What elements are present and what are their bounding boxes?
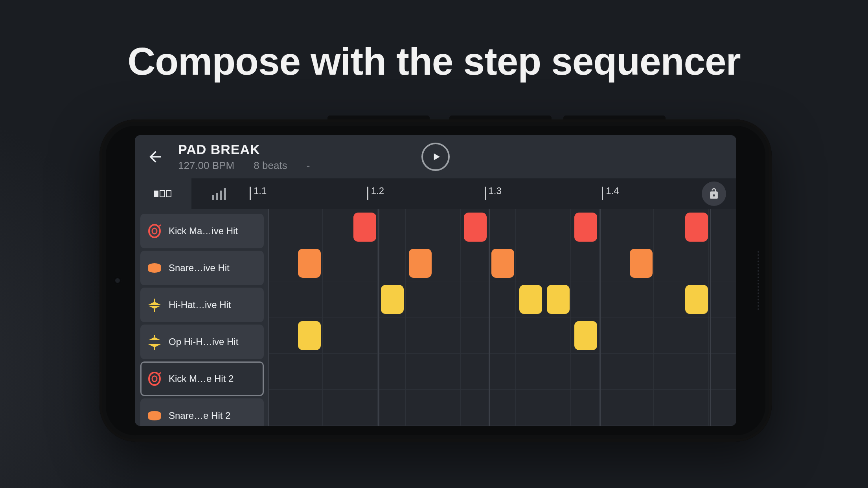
track-label: Kick M…e Hit 2 — [169, 373, 258, 384]
step-note[interactable] — [409, 249, 432, 278]
beat-divider — [489, 209, 490, 426]
promo-title: Compose with the step sequencer — [0, 39, 868, 84]
track-row[interactable]: Kick M…e Hit 2 — [140, 361, 264, 396]
levels-icon — [212, 187, 228, 200]
phone-frame: PAD BREAK 127.00 BPM 8 beats - — [99, 119, 772, 442]
extra-label: - — [307, 160, 310, 171]
track-row[interactable]: Hi-Hat…ive Hit — [140, 288, 264, 322]
step-note[interactable] — [381, 285, 404, 314]
step-note[interactable] — [298, 249, 321, 278]
svg-point-11 — [148, 268, 161, 273]
ruler-tick: 1.1 — [254, 185, 267, 196]
step-note[interactable] — [353, 213, 376, 242]
phone-speaker-grille — [758, 251, 761, 310]
play-button[interactable] — [421, 143, 450, 171]
title-block: PAD BREAK 127.00 BPM 8 beats - — [178, 142, 327, 172]
svg-point-17 — [152, 376, 157, 382]
svg-rect-6 — [224, 188, 226, 200]
ruler-tick: 1.3 — [489, 185, 502, 196]
phone-camera-dot — [114, 277, 121, 284]
app-screen: PAD BREAK 127.00 BPM 8 beats - — [135, 135, 736, 426]
grid-cells — [268, 209, 736, 426]
ohat-icon — [147, 334, 162, 350]
svg-point-8 — [152, 228, 157, 234]
step-note[interactable] — [298, 321, 321, 350]
snare-icon — [147, 260, 162, 276]
svg-rect-3 — [212, 195, 214, 200]
step-note[interactable] — [491, 249, 514, 278]
svg-point-16 — [149, 372, 160, 385]
sequencer-body: Kick Ma…ive HitSnare…ive HitHi-Hat…ive H… — [135, 209, 736, 426]
track-row[interactable]: Snare…ive Hit — [140, 251, 264, 285]
top-bar: PAD BREAK 127.00 BPM 8 beats - — [135, 135, 736, 178]
svg-point-7 — [149, 225, 160, 237]
beat-divider — [378, 209, 379, 426]
svg-rect-0 — [154, 191, 158, 197]
timeline-ruler[interactable]: 1.11.21.31.4 — [248, 178, 736, 209]
arrow-left-icon — [147, 148, 164, 165]
ruler-tick: 1.2 — [371, 185, 384, 196]
beat-divider — [600, 209, 601, 426]
step-note[interactable] — [464, 213, 487, 242]
beats-label[interactable]: 8 beats — [254, 160, 287, 171]
lock-button[interactable] — [702, 182, 726, 206]
pattern-title: PAD BREAK — [178, 142, 327, 157]
svg-point-20 — [148, 416, 161, 420]
play-icon — [430, 151, 442, 163]
track-row[interactable]: Snare…e Hit 2 — [140, 398, 264, 426]
svg-rect-4 — [216, 193, 218, 200]
step-note[interactable] — [685, 213, 708, 242]
svg-rect-1 — [160, 191, 165, 197]
svg-rect-5 — [220, 191, 222, 200]
track-row[interactable]: Op Hi-H…ive Hit — [140, 325, 264, 359]
kick-icon — [147, 371, 162, 387]
step-grid[interactable] — [268, 209, 736, 426]
tab-levels[interactable] — [191, 178, 248, 209]
track-label: Snare…ive Hit — [169, 262, 258, 273]
hihat-icon — [147, 297, 162, 313]
back-button[interactable] — [147, 148, 164, 165]
track-label: Op Hi-H…ive Hit — [169, 336, 258, 347]
kick-icon — [147, 223, 162, 239]
unlock-icon — [707, 187, 721, 200]
ruler-tick: 1.4 — [606, 185, 619, 196]
track-label: Snare…e Hit 2 — [169, 410, 258, 421]
bpm-label[interactable]: 127.00 BPM — [178, 160, 234, 171]
track-row[interactable]: Kick Ma…ive Hit — [140, 214, 264, 248]
beat-divider — [710, 209, 711, 426]
step-note[interactable] — [685, 285, 708, 314]
steps-icon — [154, 189, 173, 198]
beat-divider — [268, 209, 269, 426]
toolbar-row: 1.11.21.31.4 — [135, 178, 736, 209]
track-label: Hi-Hat…ive Hit — [169, 299, 258, 310]
step-note[interactable] — [519, 285, 542, 314]
tab-steps[interactable] — [135, 178, 191, 209]
svg-rect-2 — [166, 191, 171, 197]
step-note[interactable] — [630, 249, 653, 278]
track-list: Kick Ma…ive HitSnare…ive HitHi-Hat…ive H… — [135, 209, 268, 426]
track-label: Kick Ma…ive Hit — [169, 226, 258, 237]
step-note[interactable] — [574, 321, 597, 350]
snare-icon — [147, 408, 162, 424]
step-note[interactable] — [574, 213, 597, 242]
step-note[interactable] — [547, 285, 570, 314]
